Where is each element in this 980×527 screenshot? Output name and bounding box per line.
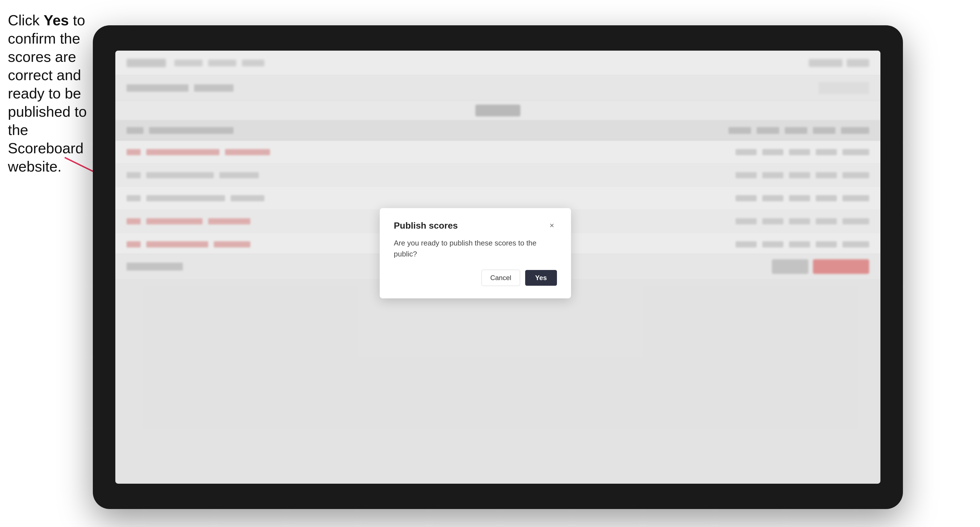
instruction-pre: Click (8, 12, 44, 29)
modal-footer: Cancel Yes (394, 270, 557, 286)
instruction-text: Click Yes to confirm the scores are corr… (8, 11, 89, 176)
modal-dialog: Publish scores × Are you ready to publis… (380, 208, 571, 298)
modal-header: Publish scores × (394, 221, 557, 231)
modal-overlay: Publish scores × Are you ready to publis… (115, 51, 880, 484)
modal-title: Publish scores (394, 221, 458, 231)
instruction-post: to confirm the scores are correct and re… (8, 12, 87, 175)
screen-content: Publish scores × Are you ready to publis… (115, 51, 880, 484)
tablet-screen: Publish scores × Are you ready to publis… (115, 51, 880, 484)
modal-cancel-button[interactable]: Cancel (482, 270, 520, 286)
instruction-bold: Yes (44, 12, 69, 29)
tablet-frame: Publish scores × Are you ready to publis… (93, 25, 903, 509)
modal-yes-button[interactable]: Yes (525, 270, 557, 286)
modal-close-button[interactable]: × (547, 221, 557, 230)
modal-body: Are you ready to publish these scores to… (394, 238, 557, 260)
